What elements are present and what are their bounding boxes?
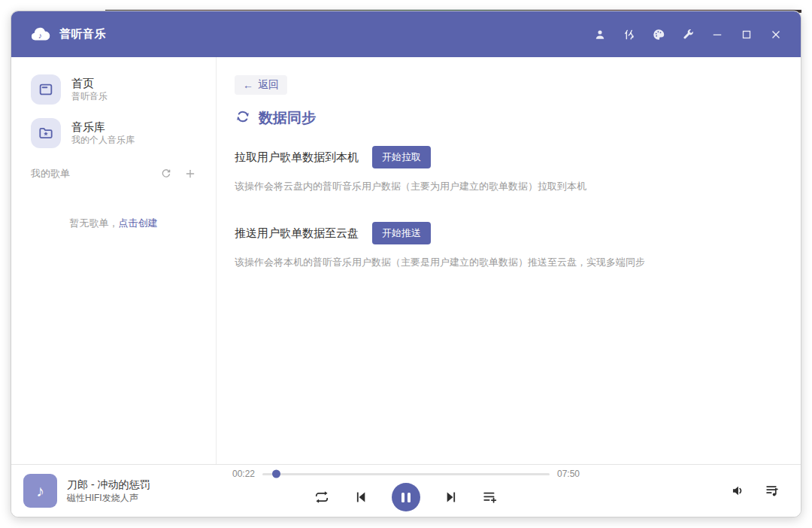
push-section-description: 该操作会将本机的普听音乐用户数据（主要是用户建立的歌单数据）推送至云盘，实现多端… [235, 256, 783, 269]
progress-bar[interactable] [262, 473, 550, 475]
album-art: ♪ [23, 474, 57, 508]
back-arrow-icon: ← [243, 79, 253, 91]
maximize-icon[interactable] [739, 27, 753, 41]
loop-icon[interactable] [314, 489, 330, 505]
push-section: 推送用户歌单数据至云盘 开始推送 该操作会将本机的普听音乐用户数据（主要是用户建… [235, 222, 783, 269]
playlists-empty-state: 暂无歌单，点击创建 [11, 217, 216, 230]
sidebar-item-library[interactable]: 音乐库 我的个人音乐库 [11, 111, 216, 155]
pause-button[interactable] [392, 483, 420, 511]
sidebar: 首页 普听音乐 音乐库 我的个人音乐库 我的歌单 [11, 57, 217, 464]
refresh-icon[interactable] [160, 168, 172, 180]
close-icon[interactable] [768, 27, 783, 41]
playlist-icon[interactable] [765, 483, 781, 499]
settings-icon[interactable] [680, 27, 695, 41]
minimize-icon[interactable] [710, 27, 724, 41]
user-icon[interactable] [592, 27, 607, 41]
start-push-button[interactable]: 开始推送 [372, 222, 431, 244]
total-time: 07:50 [557, 469, 580, 479]
sidebar-item-label: 音乐库 [71, 120, 135, 135]
progress-thumb[interactable] [272, 470, 280, 478]
next-track-icon[interactable] [443, 489, 459, 505]
sync-icon [235, 108, 251, 128]
song-subtitle: 磁性HIFI发烧人声 [67, 492, 150, 504]
add-playlist-icon[interactable] [184, 168, 196, 180]
current-time: 00:22 [232, 469, 255, 479]
logo-note-glyph: ♪ [38, 30, 42, 39]
push-section-label: 推送用户歌单数据至云盘 [235, 226, 359, 241]
sidebar-item-home[interactable]: 首页 普听音乐 [11, 68, 216, 111]
sidebar-item-label: 首页 [71, 77, 108, 91]
volume-icon[interactable] [730, 483, 747, 499]
previous-track-icon[interactable] [353, 489, 369, 505]
titlebar: ♪ 普听音乐 [11, 11, 801, 57]
pull-section-label: 拉取用户歌单数据到本机 [235, 150, 359, 165]
pull-section: 拉取用户歌单数据到本机 开始拉取 该操作会将云盘内的普听音乐用户数据（主要为用户… [235, 146, 783, 193]
page-title: 数据同步 [259, 108, 316, 128]
song-title: 刀郎 - 冲动的惩罚 [67, 478, 150, 492]
theme-icon[interactable] [651, 27, 665, 41]
main-content: ← 返回 数据同步 拉取用 [217, 57, 801, 464]
player-bar: ♪ 刀郎 - 冲动的惩罚 磁性HIFI发烧人声 00:22 07:50 [11, 464, 801, 517]
app-window: ♪ 普听音乐 [11, 11, 801, 517]
lyrics-icon[interactable] [622, 27, 636, 41]
home-icon [31, 74, 61, 105]
my-playlists-label: 我的歌单 [31, 167, 70, 181]
cloud-music-logo: ♪ [29, 24, 50, 45]
add-to-playlist-icon[interactable] [482, 489, 498, 505]
start-pull-button[interactable]: 开始拉取 [372, 146, 431, 168]
sidebar-item-sublabel: 普听音乐 [71, 91, 108, 103]
note-glyph: ♪ [36, 482, 44, 500]
back-button[interactable]: ← 返回 [235, 75, 287, 95]
empty-text: 暂无歌单， [70, 217, 119, 229]
my-playlists-header: 我的歌单 [11, 167, 216, 181]
pull-section-description: 该操作会将云盘内的普听音乐用户数据（主要为用户建立的歌单数据）拉取到本机 [235, 180, 783, 193]
sidebar-item-sublabel: 我的个人音乐库 [71, 135, 135, 147]
create-playlist-link[interactable]: 点击创建 [119, 217, 158, 229]
now-playing: ♪ 刀郎 - 冲动的惩罚 磁性HIFI发烧人声 [23, 474, 150, 508]
app-title: 普听音乐 [59, 27, 106, 41]
library-icon [31, 118, 61, 148]
